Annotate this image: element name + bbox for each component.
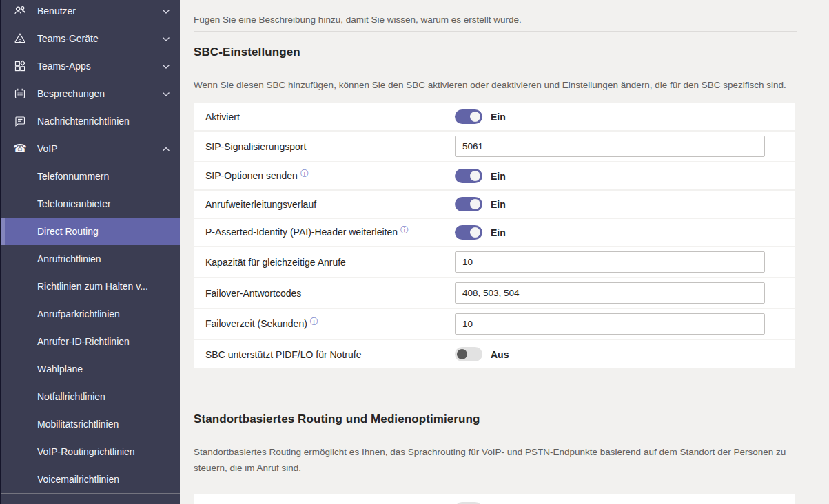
setting-label: P-Asserted-Identity (PAI)-Header weiterl… (205, 227, 455, 239)
kapazitaet-input[interactable] (455, 251, 765, 273)
sidebar-item-teams-apps[interactable]: Teams-Apps (1, 52, 180, 80)
toggle-knob (470, 199, 480, 209)
anrufweiterleitungsverlauf-toggle[interactable] (455, 197, 482, 211)
toggle-state-label: Ein (491, 199, 506, 210)
setting-label: Failoverzeit (Sekunden)ⓘ (205, 318, 455, 330)
setting-row-anrufweiterleitungsverlauf: Anrufweiterleitungsverlauf Ein (194, 191, 795, 219)
chevron-down-icon (162, 61, 170, 72)
chevron-down-icon (162, 88, 170, 99)
chevron-down-icon (162, 6, 170, 17)
chat-icon (12, 114, 28, 128)
setting-row-kapazitaet: Kapazität für gleichzeitige Anrufe (194, 247, 795, 278)
lbr-section-title: Standortbasiertes Routing und Medienopti… (194, 412, 797, 426)
divider (194, 65, 797, 65)
calendar-icon (12, 87, 28, 101)
sidebar: Benutzer Teams-Geräte Teams-Apps (0, 0, 180, 504)
sbc-section-description: Wenn Sie diesen SBC hinzufügen, können S… (194, 77, 797, 93)
lbr-section-description: Standortbasiertes Routing ermöglicht es … (194, 444, 797, 476)
setting-label: Kapazität für gleichzeitige Anrufe (205, 257, 455, 268)
sidebar-item-nachrichtenrichtlinien[interactable]: Nachrichtenrichtlinien (1, 107, 180, 135)
sidebar-item-telefonieanbieter[interactable]: Telefonieanbieter (1, 190, 180, 218)
main-content: Fügen Sie eine Beschreibung hinzu, damit… (180, 0, 829, 504)
sidebar-item-label: Benutzer (37, 6, 162, 17)
sip-signalisierungsport-input[interactable] (455, 136, 765, 157)
info-icon[interactable]: ⓘ (400, 225, 409, 235)
setting-label: SBC unterstützt PIDF/LO für Notrufe (205, 349, 455, 360)
toggle-knob (470, 171, 480, 181)
chevron-down-icon (162, 33, 170, 44)
setting-label: SIP-Optionen sendenⓘ (205, 170, 455, 182)
failoverzeit-input[interactable] (455, 313, 765, 335)
sidebar-item-label: Besprechungen (37, 88, 162, 99)
sidebar-item-benutzer[interactable]: Benutzer (1, 0, 180, 25)
toggle-state-label: Ein (491, 112, 506, 123)
toggle-knob (457, 349, 467, 359)
divider (194, 31, 797, 32)
apps-icon (12, 59, 28, 73)
chevron-up-icon (162, 143, 170, 154)
aktiviert-toggle[interactable] (455, 109, 482, 124)
setting-row-sip-signalisierungsport: SIP-Signalisierungsport (194, 132, 795, 162)
sidebar-item-label: VoIP (37, 143, 162, 154)
failover-antwortcodes-input[interactable] (455, 282, 765, 304)
medienumgehung-toggle[interactable] (455, 502, 482, 504)
toggle-state-label: Ein (491, 171, 506, 182)
sidebar-item-mobilitaetsrichtlinien[interactable]: Mobilitätsrichtlinien (1, 410, 180, 438)
sip-optionen-toggle[interactable] (455, 169, 482, 183)
sidebar-item-voip[interactable]: ☎ VoIP (1, 135, 180, 162)
description-hint: Fügen Sie eine Beschreibung hinzu, damit… (194, 0, 797, 25)
setting-row-failover-antwortcodes: Failover-Antwortcodes (194, 278, 795, 309)
teams-admin-center: Benutzer Teams-Geräte Teams-Apps (0, 0, 829, 504)
setting-label: SIP-Signalisierungsport (205, 141, 455, 152)
divider (194, 432, 797, 432)
sidebar-item-direct-routing[interactable]: Direct Routing (1, 218, 180, 245)
pidf-lo-toggle[interactable] (455, 347, 482, 361)
sidebar-item-waehlplaene[interactable]: Wählpläne (1, 355, 180, 383)
info-icon[interactable]: ⓘ (310, 317, 318, 326)
sidebar-item-voicemailrichtlinien[interactable]: Voicemailrichtlinien (1, 465, 180, 493)
sidebar-item-anrufparkrichtlinien[interactable]: Anrufparkrichtlinien (1, 300, 180, 328)
setting-row-aktiviert: Aktiviert Ein (194, 103, 795, 132)
sidebar-item-besprechungen[interactable]: Besprechungen (1, 80, 180, 107)
sbc-settings-card: Aktiviert Ein SIP-Signalisierungsport SI… (194, 103, 795, 368)
toggle-knob (470, 227, 480, 238)
sidebar-item-anrufrichtlinien[interactable]: Anrufrichtlinien (1, 245, 180, 273)
sidebar-item-label: Teams-Geräte (37, 33, 162, 44)
pai-header-toggle[interactable] (455, 225, 482, 240)
sidebar-item-label: Nachrichtenrichtlinien (37, 116, 170, 127)
sidebar-item-label: Teams-Apps (37, 61, 162, 72)
info-icon[interactable]: ⓘ (300, 169, 309, 178)
people-icon (12, 4, 28, 18)
sidebar-item-teams-geraete[interactable]: Teams-Geräte (1, 25, 180, 52)
setting-label: Anrufweiterleitungsverlauf (205, 199, 455, 210)
toggle-knob (470, 112, 480, 122)
setting-label: Aktiviert (205, 112, 455, 123)
sbc-section-title: SBC-Einstellungen (194, 45, 797, 59)
setting-row-pai-header: P-Asserted-Identity (PAI)-Header weiterl… (194, 219, 795, 247)
setting-row-sip-optionen-senden: SIP-Optionen sendenⓘ Ein (194, 162, 795, 191)
phone-icon: ☎ (12, 142, 28, 156)
lbr-settings-card: Medienumgehung Aus (194, 494, 795, 504)
setting-row-failoverzeit: Failoverzeit (Sekunden)ⓘ (194, 309, 795, 340)
sidebar-divider (1, 493, 180, 494)
sidebar-item-notfallrichtlinien[interactable]: Notfallrichtlinien (1, 383, 180, 410)
sidebar-item-richtlinien-zum-halten[interactable]: Richtlinien zum Halten v... (1, 273, 180, 300)
sidebar-item-voip-routingrichtlinien[interactable]: VoIP-Routingrichtlinien (1, 438, 180, 465)
setting-row-pidf-lo: SBC unterstützt PIDF/LO für Notrufe Aus (194, 340, 795, 368)
toggle-state-label: Aus (491, 349, 509, 360)
setting-row-medienumgehung: Medienumgehung Aus (194, 494, 795, 504)
sidebar-item-anrufer-id-richtlinien[interactable]: Anrufer-ID-Richtlinien (1, 328, 180, 355)
device-icon (12, 32, 28, 45)
setting-label: Failover-Antwortcodes (205, 288, 455, 299)
toggle-state-label: Ein (491, 227, 506, 238)
sidebar-item-telefonnummern[interactable]: Telefonnummern (1, 162, 180, 190)
